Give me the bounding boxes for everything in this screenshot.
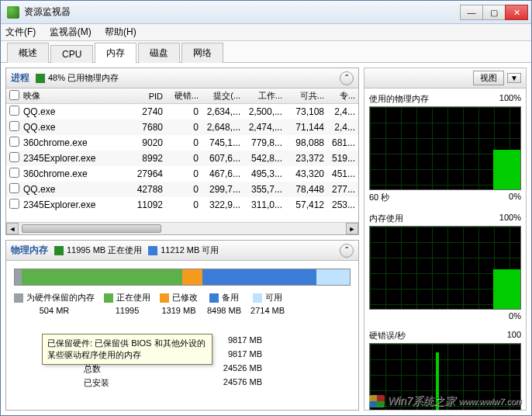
close-button[interactable]: ✕: [505, 5, 528, 20]
cell-pid: 8992: [130, 153, 166, 164]
col-commit[interactable]: 提交(...: [202, 90, 244, 102]
tab-overview[interactable]: 概述: [7, 43, 49, 63]
row-checkbox[interactable]: [9, 183, 19, 193]
cell-hf: 0: [166, 184, 202, 195]
cell-image: 360chrome.exe: [20, 168, 130, 179]
scroll-left-icon[interactable]: ◄: [6, 223, 19, 234]
maximize-button[interactable]: ▢: [482, 5, 506, 20]
col-workingset[interactable]: 工作...: [244, 90, 285, 102]
cell-commit: 745,1...: [202, 137, 244, 148]
cell-ws: 355,7...: [244, 184, 285, 195]
memory-legend: 为硬件保留的内存504 MR正在使用11995已修改1319 MB备用8498 …: [14, 292, 351, 315]
scroll-right-icon[interactable]: ►: [346, 223, 358, 234]
collapse-icon[interactable]: ⌃: [340, 244, 354, 258]
processes-table: 映像 PID 硬错... 提交(... 工作... 可共... 专... QQ.…: [6, 88, 358, 222]
row-checkbox[interactable]: [9, 106, 19, 116]
graph-title: 硬错误/秒: [369, 330, 406, 341]
row-checkbox[interactable]: [9, 152, 19, 162]
cell-image: 2345Explorer.exe: [20, 153, 130, 164]
physical-memory-header[interactable]: 物理内存 11995 MB 正在使用 11212 MB 可用 ⌃: [6, 241, 358, 261]
collapse-icon[interactable]: ⌃: [340, 71, 354, 85]
table-row[interactable]: QQ.exe768002,648,...2,474,...71,1442,4..…: [6, 120, 358, 135]
titlebar[interactable]: 资源监视器 — ▢ ✕: [1, 1, 531, 24]
cell-image: QQ.exe: [20, 184, 130, 195]
cell-commit: 607,6...: [202, 153, 244, 164]
memory-bar: [14, 269, 351, 286]
col-pid[interactable]: PID: [130, 92, 166, 101]
tab-disk[interactable]: 磁盘: [138, 43, 180, 63]
row-checkbox[interactable]: [9, 137, 19, 147]
cell-pid: 11092: [130, 199, 166, 210]
cell-commit: 2,634,...: [202, 106, 244, 117]
cell-pid: 2740: [130, 106, 166, 117]
inuse-label: 11995 MB 正在使用: [67, 244, 142, 256]
cell-image: QQ.exe: [20, 106, 130, 117]
graph-title: 内存使用: [369, 213, 403, 224]
physical-memory-title: 物理内存: [11, 244, 48, 257]
window-title: 资源监视器: [24, 5, 461, 19]
cell-image: 360chrome.exe: [20, 137, 130, 148]
processes-header[interactable]: 进程 48% 已用物理内存 ⌃: [6, 68, 358, 88]
row-checkbox[interactable]: [9, 199, 19, 209]
legend-item: 可用2714 MB: [250, 292, 285, 315]
cell-ws: 311,0...: [244, 199, 285, 210]
cell-share: 57,412: [285, 199, 327, 210]
table-row[interactable]: QQ.exe274002,634,...2,500,...73,1082,4..…: [6, 104, 358, 120]
table-row[interactable]: 360chrome.exe90200745,1...779,8...98,088…: [6, 135, 358, 151]
cell-pid: 27964: [130, 168, 166, 179]
cell-pid: 42788: [130, 184, 166, 195]
menu-file[interactable]: 文件(F): [5, 26, 36, 37]
select-all-checkbox[interactable]: [9, 90, 19, 100]
menu-help[interactable]: 帮助(H): [105, 26, 136, 37]
col-image[interactable]: 映像: [20, 90, 130, 102]
cell-ws: 542,8...: [244, 153, 285, 164]
table-row[interactable]: 2345Explorer.exe110920322,9...311,0...57…: [6, 197, 358, 213]
available-label: 11212 MB 可用: [161, 244, 219, 256]
windows-logo-icon: [369, 395, 385, 407]
row-checkbox[interactable]: [9, 121, 19, 131]
scroll-thumb[interactable]: [22, 224, 161, 233]
row-checkbox[interactable]: [9, 168, 19, 178]
view-button[interactable]: 视图: [473, 71, 504, 85]
cell-pid: 7680: [130, 122, 166, 133]
tab-cpu[interactable]: CPU: [50, 45, 93, 63]
cell-priv: 681...: [327, 137, 358, 148]
processes-meta: 48% 已用物理内存: [48, 72, 119, 84]
graph: 使用的物理内存100%60 秒0%: [369, 92, 521, 205]
physical-memory-panel: 物理内存 11995 MB 正在使用 11212 MB 可用 ⌃ 为硬件保留的内…: [5, 240, 359, 411]
cell-ws: 495,3...: [244, 168, 285, 179]
graph-max: 100%: [499, 93, 521, 105]
watermark: Win7系统之家 www.wwlw7.com: [369, 394, 523, 408]
graph: 内存使用100%0%: [369, 211, 521, 322]
graph-max: 100: [507, 330, 521, 341]
cell-ws: 2,500,...: [244, 106, 285, 117]
tab-network[interactable]: 网络: [181, 43, 223, 63]
col-hardfault[interactable]: 硬错...: [166, 90, 202, 102]
minimize-button[interactable]: —: [460, 5, 483, 20]
table-row[interactable]: 360chrome.exe279640467,6...495,3...43,32…: [6, 166, 358, 182]
table-row[interactable]: QQ.exe427880299,7...355,7...78,448277...: [6, 182, 358, 197]
cell-share: 23,372: [285, 153, 327, 164]
cell-hf: 0: [166, 199, 202, 210]
legend-item: 备用8498 MB: [207, 292, 241, 315]
cell-priv: 2,4...: [327, 106, 358, 117]
menu-monitor[interactable]: 监视器(M): [50, 26, 92, 37]
stat-row: 已安装24576 MB: [84, 377, 262, 389]
tab-memory[interactable]: 内存: [95, 43, 136, 63]
graphs-panel: 视图 ▼ 使用的物理内存100%60 秒0%内存使用100%0%硬错误/秒100: [364, 68, 527, 411]
cell-image: QQ.exe: [20, 122, 130, 133]
table-row[interactable]: 2345Explorer.exe89920607,6...542,8...23,…: [6, 151, 358, 166]
cell-commit: 322,9...: [202, 199, 244, 210]
app-icon: [7, 6, 19, 19]
graph-foot-left: 60 秒: [369, 192, 389, 203]
table-header: 映像 PID 硬错... 提交(... 工作... 可共... 专...: [6, 88, 358, 104]
cell-hf: 0: [166, 106, 202, 117]
graph-title: 使用的物理内存: [369, 93, 429, 105]
col-shareable[interactable]: 可共...: [285, 90, 327, 102]
tab-bar: 概述 CPU 内存 磁盘 网络: [1, 41, 531, 63]
col-private[interactable]: 专...: [327, 90, 358, 102]
horizontal-scrollbar[interactable]: ◄ ►: [6, 222, 358, 234]
cell-hf: 0: [166, 122, 202, 133]
view-dropdown-icon[interactable]: ▼: [507, 73, 521, 83]
cell-share: 71,144: [285, 122, 327, 133]
